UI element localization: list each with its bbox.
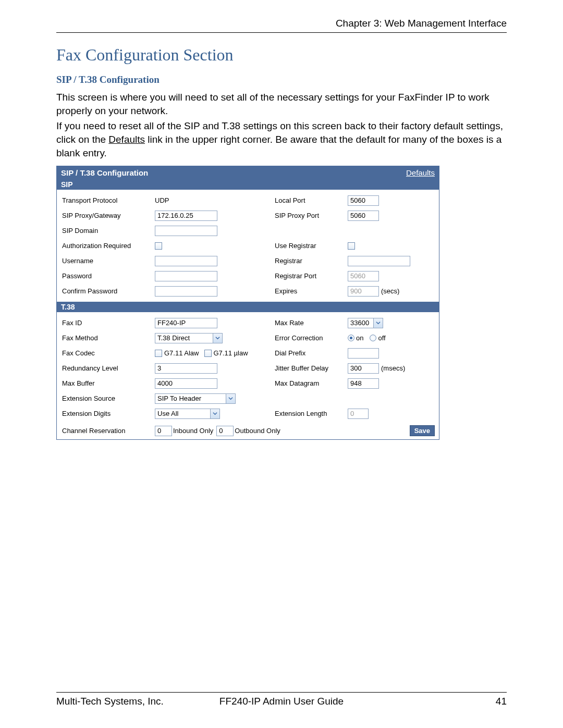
sip-domain-input[interactable] [155, 226, 217, 236]
sip-section-bar: SIP [57, 179, 439, 190]
ext-source-select[interactable]: SIP To Header [155, 393, 236, 404]
max-buffer-input[interactable] [155, 378, 217, 389]
panel-title-bar: SIP / T.38 Configuration Defaults [57, 166, 439, 179]
save-button[interactable]: Save [410, 425, 435, 436]
ext-source-value: SIP To Header [155, 394, 226, 402]
label-expires: Expires [275, 287, 348, 295]
row-username: Username Registrar [62, 253, 435, 268]
label-sip-domain: SIP Domain [62, 227, 155, 235]
panel-title-text: SIP / T.38 Configuration [61, 168, 148, 177]
row-ext-digits: Extension Digits Use All Extension Lengt… [62, 406, 435, 421]
label-ext-length: Extension Length [275, 410, 348, 417]
sip-section-body: Transport Protocol UDP Local Port SIP Pr… [57, 190, 439, 302]
row-password: Password Registrar Port [62, 268, 435, 283]
label-fax-codec: Fax Codec [62, 349, 155, 357]
label-sip-proxy-port: SIP Proxy Port [275, 212, 348, 219]
max-rate-select[interactable]: 33600 [348, 318, 383, 328]
intro-paragraph-2: If you need to reset all of the SIP and … [56, 119, 507, 159]
expires-unit: (secs) [381, 287, 399, 295]
error-correction-on[interactable]: on [348, 334, 363, 342]
footer-page-number: 41 [357, 696, 507, 707]
label-fax-method: Fax Method [62, 334, 155, 342]
label-max-buffer: Max Buffer [62, 379, 155, 387]
row-fax-method: Fax Method T.38 Direct Error Correction … [62, 330, 435, 346]
row-max-buffer: Max Buffer Max Datagram [62, 376, 435, 391]
codec-alaw-label: G7.11 Alaw [164, 349, 199, 357]
ext-digits-select[interactable]: Use All [155, 409, 220, 419]
max-rate-value: 33600 [348, 319, 373, 327]
label-outbound-only: Outbound Only [235, 427, 280, 435]
row-redundancy: Redundancy Level Jitter Buffer Delay (ms… [62, 361, 435, 376]
label-inbound-only: Inbound Only [173, 427, 213, 435]
radio-off-icon [370, 335, 376, 341]
label-use-registrar: Use Registrar [275, 242, 348, 250]
row-auth: Authorization Required Use Registrar [62, 238, 435, 253]
ext-digits-value: Use All [155, 410, 210, 417]
label-confirm-password: Confirm Password [62, 287, 155, 295]
chevron-down-icon [373, 318, 383, 328]
chevron-down-icon [226, 394, 235, 403]
label-auth-required: Authorization Required [62, 242, 155, 250]
label-dial-prefix: Dial Prefix [275, 349, 348, 357]
page-title: Fax Configuration Section [56, 45, 507, 65]
codec-ulaw-label: G7.11 µlaw [214, 349, 248, 357]
config-panel: SIP / T.38 Configuration Defaults SIP Tr… [56, 166, 439, 440]
ext-length-input[interactable] [348, 409, 369, 419]
expires-input[interactable] [348, 286, 379, 297]
row-fax-id: Fax ID Max Rate 33600 [62, 315, 435, 330]
footer-doc-title: FF240-IP Admin User Guide [206, 696, 357, 707]
row-transport: Transport Protocol UDP Local Port [62, 193, 435, 208]
label-transport-protocol: Transport Protocol [62, 196, 155, 204]
registrar-port-input[interactable] [348, 271, 379, 281]
label-ext-source: Extension Source [62, 394, 155, 402]
radio-on-icon [348, 335, 354, 341]
username-input[interactable] [155, 256, 217, 266]
defaults-link[interactable]: Defaults [406, 168, 435, 177]
jitter-input[interactable] [348, 363, 379, 374]
label-registrar: Registrar [275, 257, 348, 265]
password-input[interactable] [155, 271, 217, 281]
row-confirm-password: Confirm Password Expires (secs) [62, 283, 435, 299]
label-max-datagram: Max Datagram [275, 379, 348, 387]
confirm-password-input[interactable] [155, 286, 217, 297]
redundancy-input[interactable] [155, 363, 217, 374]
fax-id-input[interactable] [155, 318, 217, 328]
inbound-only-input[interactable] [155, 426, 172, 436]
label-redundancy: Redundancy Level [62, 364, 155, 372]
t38-section-body: Fax ID Max Rate 33600 Fax Method T.38 Di… [57, 312, 439, 424]
label-registrar-port: Registrar Port [275, 272, 348, 280]
registrar-input[interactable] [348, 256, 410, 266]
label-local-port: Local Port [275, 196, 348, 204]
sip-proxy-port-input[interactable] [348, 211, 379, 221]
label-error-correction: Error Correction [275, 334, 348, 342]
local-port-input[interactable] [348, 195, 379, 206]
outbound-only-input[interactable] [216, 426, 234, 436]
codec-alaw-checkbox[interactable] [155, 350, 162, 357]
fax-method-select[interactable]: T.38 Direct [155, 333, 223, 343]
page-footer: Multi-Tech Systems, Inc. FF240-IP Admin … [56, 692, 507, 707]
chevron-down-icon [210, 409, 219, 418]
footer-company: Multi-Tech Systems, Inc. [56, 696, 206, 707]
label-username: Username [62, 257, 155, 265]
label-channel-reservation: Channel Reservation [62, 427, 155, 435]
row-sip-domain: SIP Domain [62, 223, 435, 238]
jitter-unit: (msecs) [381, 364, 405, 372]
fax-method-value: T.38 Direct [155, 334, 213, 342]
t38-section-bar: T.38 [57, 302, 439, 312]
radio-off-label: off [378, 334, 385, 342]
use-registrar-checkbox[interactable] [348, 242, 355, 250]
dial-prefix-input[interactable] [348, 348, 379, 359]
row-ext-source: Extension Source SIP To Header [62, 391, 435, 406]
label-max-rate: Max Rate [275, 319, 348, 327]
row-channel-reservation: Channel Reservation Inbound Only Outboun… [57, 424, 439, 439]
label-ext-digits: Extension Digits [62, 410, 155, 417]
value-transport-protocol: UDP [155, 196, 275, 204]
max-datagram-input[interactable] [348, 378, 379, 389]
label-password: Password [62, 272, 155, 280]
codec-ulaw-checkbox[interactable] [204, 350, 212, 357]
error-correction-off[interactable]: off [370, 334, 385, 342]
label-jitter: Jitter Buffer Delay [275, 364, 348, 372]
intro-paragraph-1: This screen is where you will need to se… [56, 91, 507, 117]
sip-proxy-input[interactable] [155, 211, 217, 221]
auth-required-checkbox[interactable] [155, 242, 162, 250]
